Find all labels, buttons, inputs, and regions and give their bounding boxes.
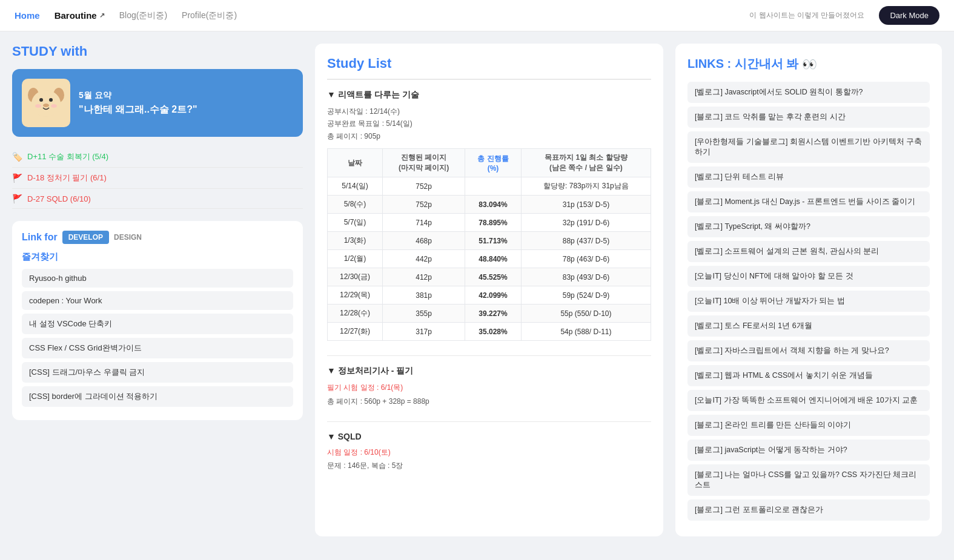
link-item[interactable]: [블로그] 그런 포트폴리오로 괜찮은가 [687, 499, 930, 521]
deadline-text-2: D-18 정처기 필기 (6/1) [27, 173, 107, 183]
sqld-section: ▼ SQLD 시험 일정 : 6/10(토) 문제 : 146문, 복습 : 5… [327, 432, 651, 471]
nav-info-text: 이 웹사이트는 이렇게 만들어졌어요 [749, 10, 864, 21]
table-row: 12/29(목)381p42.099%59p (524/ D-9) [328, 286, 651, 305]
tab-design-button[interactable]: DESIGN [114, 233, 142, 242]
favorites-title: 즐겨찾기 [22, 251, 293, 263]
monthly-text: 5월 요약 "나한테 왜그래..수술 2트?" [79, 90, 197, 116]
monthly-quote: "나한테 왜그래..수술 2트?" [79, 104, 197, 116]
tab-develop-button[interactable]: DEVELOP [62, 231, 109, 244]
link-for-card: Link for DEVELOP DESIGN 즐겨찾기 Ryusoo-h gi… [12, 221, 303, 420]
table-cell-date: 5/14(일) [328, 177, 383, 196]
link-item[interactable]: [벨로그] Javascript에서도 SOLID 원칙이 통할까? [687, 82, 930, 103]
table-row: 5/8(수)752p83.094%31p (153/ D-5) [328, 196, 651, 214]
right-panel: LINKS : 시간내서 봐 👀 [벨로그] Javascript에서도 SOL… [675, 44, 942, 536]
sqld-normal: 문제 : 146문, 복습 : 5장 [327, 461, 651, 471]
table-cell-daily: 59p (524/ D-9) [521, 286, 651, 305]
deadline-icon-3: 🚩 [12, 194, 22, 203]
link-item[interactable]: [오늘IT] 10배 이상 뛰어난 개발자가 되는 법 [687, 291, 930, 312]
table-cell-progress: 51.713% [465, 232, 522, 250]
link-item[interactable]: [블로그] 온라인 트리를 만든 산타들의 이야기 [687, 415, 930, 436]
favorite-item[interactable]: 내 설정 VSCode 단축키 [22, 314, 293, 334]
link-item[interactable]: [벨로그] 자바스크립트에서 객체 지향을 하는 게 맞나요? [687, 340, 930, 361]
links-title: LINKS : 시간내서 봐 👀 [687, 56, 930, 72]
table-cell-date: 12/28(수) [328, 305, 383, 323]
dark-mode-button[interactable]: Dark Mode [879, 6, 939, 25]
table-cell-progress: 48.840% [465, 250, 522, 268]
table-cell-progress: 83.094% [465, 196, 522, 214]
links-card: LINKS : 시간내서 봐 👀 [벨로그] Javascript에서도 SOL… [675, 44, 942, 536]
table-cell-daily: 88p (437/ D-5) [521, 232, 651, 250]
favorites-list: Ryusoo-h githubcodepen : Your Work내 설정 V… [22, 269, 293, 407]
link-item[interactable]: [벨로그] TypeScript, 왜 써야할까? [687, 216, 930, 237]
link-item[interactable]: [벨로그] 소프트웨어 설계의 근본 원칙, 관심사의 분리 [687, 241, 930, 262]
table-cell-progress: 39.227% [465, 305, 522, 323]
link-item[interactable]: [블로그] Moment.js 대신 Day.js - 프론트엔드 번들 사이즈… [687, 191, 930, 212]
link-item[interactable]: [블로그] 나는 얼마나 CSS를 알고 있을까? CSS 자가진단 체크리스트 [687, 464, 930, 496]
info-written-red: 필기 시험 일정 : 6/1(목) [327, 381, 651, 394]
table-cell-date: 12/27(화) [328, 323, 383, 341]
deadline-text-1: D+11 수술 회복기 (5/4) [27, 151, 108, 162]
info-written-normal: 총 페이지 : 560p + 328p = 888p [327, 397, 651, 407]
favorite-item[interactable]: Ryusoo-h github [22, 269, 293, 288]
table-row: 1/2(월)442p48.840%78p (463/ D-6) [328, 250, 651, 268]
deadline-item-2: 🚩 D-18 정처기 필기 (6/1) [12, 168, 303, 189]
link-item[interactable]: [블로그] 코드 악취를 맡는 후각 훈련의 시간 [687, 107, 930, 128]
middle-panel: Study List ▼ 리액트를 다루는 기술 공부시작일 : 12/14(수… [315, 44, 663, 536]
table-cell-daily: 32p (191/ D-6) [521, 214, 651, 232]
link-item[interactable]: [우아한형제들 기술블로그] 회원시스템 이벤트기반 아키텍처 구축하기 [687, 131, 930, 163]
navbar: Home Baroutine ↗ Blog(준비중) Profile(준비중) … [0, 0, 954, 31]
table-cell-page: 714p [382, 214, 465, 232]
nav-baroutine[interactable]: Baroutine ↗ [55, 10, 105, 21]
deadline-item-3: 🚩 D-27 SQLD (6/10) [12, 189, 303, 209]
link-item[interactable]: [벨로그] 웹과 HTML & CSS에서 놓치기 쉬운 개념들 [687, 365, 930, 386]
table-cell-daily: 31p (153/ D-5) [521, 196, 651, 214]
table-cell-daily: 할당량: 783p까지 31p남음 [521, 177, 651, 196]
table-cell-date: 12/30(금) [328, 268, 383, 286]
table-row: 5/7(일)714p78.895%32p (191/ D-6) [328, 214, 651, 232]
nav-home[interactable]: Home [15, 10, 40, 21]
table-cell-date: 1/2(월) [328, 250, 383, 268]
th-daily: 목표까지 1일 최소 할당량(남은 쪽수 / 남은 일수) [521, 149, 651, 177]
th-progress: 총 진행률(%) [465, 149, 522, 177]
svg-point-6 [43, 104, 49, 107]
table-cell-page: 355p [382, 305, 465, 323]
monthly-subtitle: 5월 요약 [79, 90, 197, 101]
table-cell-progress: 35.028% [465, 323, 522, 341]
eyes-emoji: 👀 [802, 57, 817, 71]
table-cell-page: 412p [382, 268, 465, 286]
monthly-card: 5월 요약 "나한테 왜그래..수술 2트?" [12, 69, 303, 137]
link-item[interactable]: [벨로그] 토스 FE로서의 1년 6개월 [687, 315, 930, 337]
table-cell-progress [465, 177, 522, 196]
table-cell-page: 381p [382, 286, 465, 305]
sqld-red: 시험 일정 : 6/10(토) [327, 446, 651, 458]
table-row: 5/14(일)752p할당량: 783p까지 31p남음 [328, 177, 651, 196]
table-cell-date: 5/7(일) [328, 214, 383, 232]
sqld-header: ▼ SQLD [327, 432, 651, 441]
nav-profile: Profile(준비중) [182, 10, 237, 21]
link-item[interactable]: [블로그] javaScript는 어떻게 동작하는 거야? [687, 440, 930, 461]
info-written-section: ▼ 정보처리기사 - 필기 필기 시험 일정 : 6/1(목) 총 페이지 : … [327, 366, 651, 406]
table-cell-daily: 78p (463/ D-6) [521, 250, 651, 268]
link-item[interactable]: [벨로그] 단위 테스트 리뷰 [687, 166, 930, 188]
favorite-item[interactable]: [CSS] border에 그라데이션 적용하기 [22, 386, 293, 407]
link-item[interactable]: [오늘IT] 가장 똑똑한 소프트웨어 엔지니어에게 배운 10가지 교훈 [687, 390, 930, 411]
favorite-item[interactable]: [CSS] 드래그/마우스 우클릭 금지 [22, 362, 293, 383]
table-cell-date: 5/8(수) [328, 196, 383, 214]
th-page: 진행된 페이지(마지막 페이지) [382, 149, 465, 177]
deadline-list: 🏷️ D+11 수술 회복기 (5/4) 🚩 D-18 정처기 필기 (6/1)… [12, 147, 303, 209]
table-cell-date: 1/3(화) [328, 232, 383, 250]
links-list: [벨로그] Javascript에서도 SOLID 원칙이 통할까?[블로그] … [687, 82, 930, 521]
svg-point-8 [51, 104, 57, 108]
link-item[interactable]: [오늘IT] 당신이 NFT에 대해 알아야 할 모든 것 [687, 266, 930, 287]
svg-point-5 [49, 98, 53, 102]
table-cell-date: 12/29(목) [328, 286, 383, 305]
table-cell-page: 317p [382, 323, 465, 341]
favorite-item[interactable]: codepen : Your Work [22, 291, 293, 310]
deadline-item-1: 🏷️ D+11 수술 회복기 (5/4) [12, 147, 303, 168]
link-for-header: Link for DEVELOP DESIGN [22, 231, 293, 244]
table-cell-page: 752p [382, 196, 465, 214]
favorite-item[interactable]: CSS Flex / CSS Grid완벽가이드 [22, 338, 293, 358]
table-cell-page: 752p [382, 177, 465, 196]
study-list-card: Study List ▼ 리액트를 다루는 기술 공부시작일 : 12/14(수… [315, 44, 663, 536]
study-list-title: Study List [327, 56, 651, 80]
